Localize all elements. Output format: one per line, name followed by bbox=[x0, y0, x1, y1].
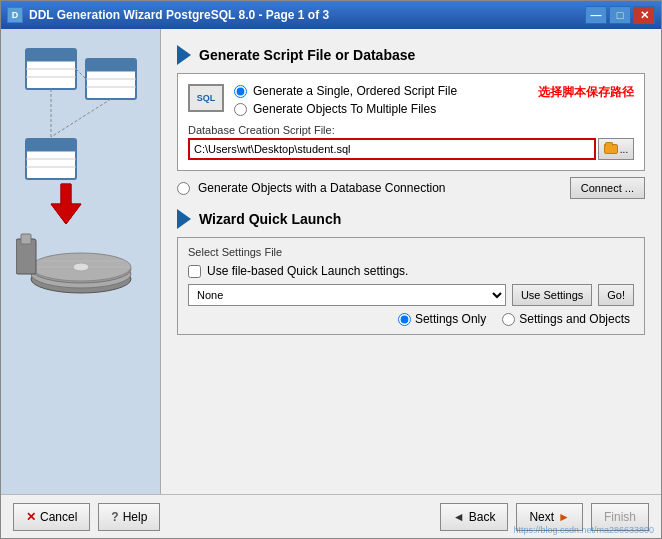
back-arrow-icon: ◄ bbox=[453, 510, 465, 524]
connect-button[interactable]: Connect ... bbox=[570, 177, 645, 199]
svg-rect-1 bbox=[26, 49, 76, 61]
svg-line-10 bbox=[76, 69, 86, 79]
help-icon: ? bbox=[111, 510, 118, 524]
sql-icon: SQL bbox=[188, 84, 224, 112]
generate-header: Generate Script File or Database bbox=[177, 45, 645, 65]
cancel-label: Cancel bbox=[40, 510, 77, 524]
radio-options: Generate a Single, Ordered Script File G… bbox=[234, 84, 528, 120]
close-button[interactable]: ✕ bbox=[633, 6, 655, 24]
settings-objects-label[interactable]: Settings and Objects bbox=[519, 312, 630, 326]
quick-launch-header: Wizard Quick Launch bbox=[177, 209, 645, 229]
annotation-text: 选择脚本保存路径 bbox=[538, 84, 634, 101]
generate-options-box: SQL Generate a Single, Ordered Script Fi… bbox=[177, 73, 645, 171]
svg-rect-28 bbox=[21, 234, 31, 244]
cancel-icon: ✕ bbox=[26, 510, 36, 524]
quick-launch-section: Wizard Quick Launch Select Settings File… bbox=[177, 209, 645, 335]
quick-launch-box: Select Settings File Use file-based Quic… bbox=[177, 237, 645, 335]
radio-settings-objects[interactable] bbox=[502, 313, 515, 326]
file-based-checkbox[interactable] bbox=[188, 265, 201, 278]
radio-multiple-row: Generate Objects To Multiple Files bbox=[234, 102, 528, 116]
settings-dropdown[interactable]: None bbox=[188, 284, 506, 306]
minimize-button[interactable]: — bbox=[585, 6, 607, 24]
watermark: https://blog.csdn.net/ma286633800 bbox=[513, 525, 654, 535]
radio-settings-only[interactable] bbox=[398, 313, 411, 326]
script-file-input[interactable] bbox=[188, 138, 596, 160]
checkbox-label[interactable]: Use file-based Quick Launch settings. bbox=[207, 264, 408, 278]
settings-objects-option: Settings and Objects bbox=[502, 312, 630, 326]
content-area: Generate Script File or Database SQL Gen… bbox=[1, 29, 661, 494]
db-script-label: Database Creation Script File: bbox=[188, 124, 634, 136]
right-panel: Generate Script File or Database SQL Gen… bbox=[161, 29, 661, 494]
generate-section-title: Generate Script File or Database bbox=[199, 47, 415, 63]
window-icon: D bbox=[7, 7, 23, 23]
radio-single-row: Generate a Single, Ordered Script File bbox=[234, 84, 528, 98]
window-title: DDL Generation Wizard PostgreSQL 8.0 - P… bbox=[29, 8, 585, 22]
radio-multiple-files[interactable] bbox=[234, 103, 247, 116]
generate-section: Generate Script File or Database SQL Gen… bbox=[177, 45, 645, 199]
section-arrow-quick-launch bbox=[177, 209, 191, 229]
finish-label: Finish bbox=[604, 510, 636, 524]
title-controls: — □ ✕ bbox=[585, 6, 655, 24]
svg-marker-19 bbox=[51, 184, 81, 224]
settings-only-option: Settings Only bbox=[398, 312, 486, 326]
radio-single-file[interactable] bbox=[234, 85, 247, 98]
help-button[interactable]: ? Help bbox=[98, 503, 160, 531]
title-bar: D DDL Generation Wizard PostgreSQL 8.0 -… bbox=[1, 1, 661, 29]
settings-only-label[interactable]: Settings Only bbox=[415, 312, 486, 326]
radio-multiple-label[interactable]: Generate Objects To Multiple Files bbox=[253, 102, 436, 116]
cancel-button[interactable]: ✕ Cancel bbox=[13, 503, 90, 531]
back-button[interactable]: ◄ Back bbox=[440, 503, 509, 531]
svg-point-26 bbox=[73, 263, 89, 271]
diagram-illustration bbox=[16, 39, 146, 339]
browse-label: ... bbox=[620, 144, 628, 155]
dropdown-row: None Use Settings Go! bbox=[188, 284, 634, 306]
help-label: Help bbox=[123, 510, 148, 524]
maximize-button[interactable]: □ bbox=[609, 6, 631, 24]
checkbox-row: Use file-based Quick Launch settings. bbox=[188, 264, 634, 278]
next-label: Next bbox=[529, 510, 554, 524]
settings-radio-group: Settings Only Settings and Objects bbox=[188, 312, 634, 326]
svg-line-17 bbox=[51, 99, 111, 137]
radio-single-label[interactable]: Generate a Single, Ordered Script File bbox=[253, 84, 457, 98]
settings-file-label: Select Settings File bbox=[188, 246, 634, 258]
browse-button[interactable]: ... bbox=[598, 138, 634, 160]
back-label: Back bbox=[469, 510, 496, 524]
use-settings-button[interactable]: Use Settings bbox=[512, 284, 592, 306]
main-window: D DDL Generation Wizard PostgreSQL 8.0 -… bbox=[0, 0, 662, 539]
file-input-row: ... bbox=[188, 138, 634, 160]
radio-db-connection-label[interactable]: Generate Objects with a Database Connect… bbox=[198, 181, 445, 195]
go-button[interactable]: Go! bbox=[598, 284, 634, 306]
folder-icon bbox=[604, 144, 618, 154]
radio-db-connection[interactable] bbox=[177, 182, 190, 195]
bottom-bar: ✕ Cancel ? Help ◄ Back Next ► Finish htt… bbox=[1, 494, 661, 538]
svg-rect-12 bbox=[26, 139, 76, 151]
quick-launch-title: Wizard Quick Launch bbox=[199, 211, 341, 227]
connect-row: Generate Objects with a Database Connect… bbox=[177, 177, 645, 199]
left-panel bbox=[1, 29, 161, 494]
section-arrow-generate bbox=[177, 45, 191, 65]
svg-rect-6 bbox=[86, 59, 136, 71]
next-arrow-icon: ► bbox=[558, 510, 570, 524]
